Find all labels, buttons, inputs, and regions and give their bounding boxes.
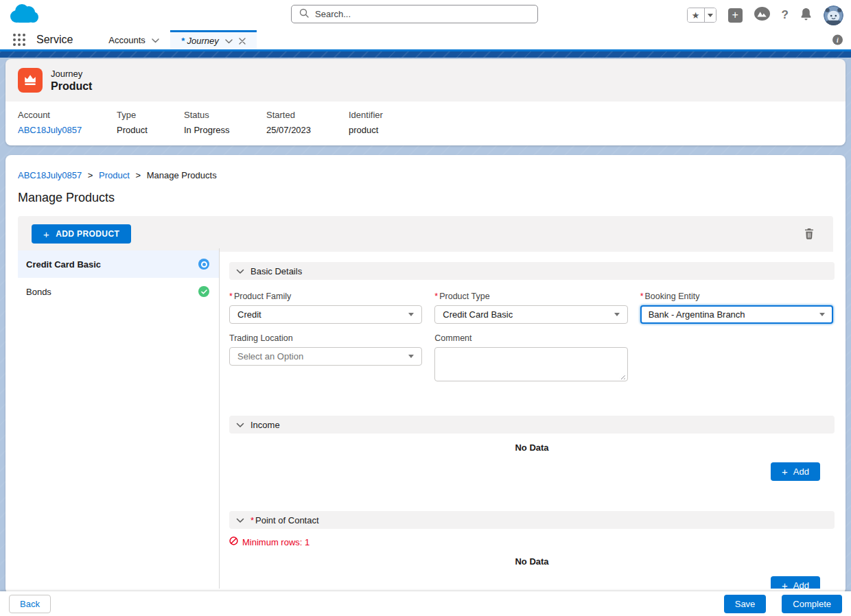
booking-entity-field: *Booking Entity Bank - Argentina Branch <box>640 292 833 324</box>
info-icon[interactable]: i <box>832 35 843 45</box>
trailhead-icon[interactable] <box>754 7 770 23</box>
plus-icon: + <box>782 466 788 477</box>
record-title: Product <box>51 80 92 93</box>
trading-location-select[interactable]: Select an Option <box>229 347 422 366</box>
search-icon <box>299 8 309 21</box>
search-input[interactable] <box>315 9 530 19</box>
account-link[interactable]: ABC18July0857 <box>18 125 82 135</box>
favorites-caret-icon[interactable] <box>705 8 716 22</box>
field-type: Type Product <box>117 110 184 135</box>
products-toolbar: + ADD PRODUCT <box>18 216 833 252</box>
field-identifier: Identifier product <box>349 110 390 135</box>
product-detail-form: Basic Details *Product Family Credit *Pr… <box>220 248 846 589</box>
caret-down-icon <box>408 313 414 316</box>
chevron-down-icon[interactable] <box>152 35 159 45</box>
product-family-select[interactable]: Credit <box>229 305 422 324</box>
manage-products-panel: ABC18July0857 > Product > Manage Product… <box>5 155 846 594</box>
basic-details-grid: *Product Family Credit *Product Type Cre… <box>229 292 835 384</box>
section-income[interactable]: Income <box>229 416 835 434</box>
plus-icon: + <box>782 580 788 589</box>
product-family-field: *Product Family Credit <box>229 292 422 324</box>
comment-textarea[interactable] <box>434 347 627 381</box>
global-actions-plus-icon[interactable]: + <box>728 8 743 23</box>
booking-entity-select[interactable]: Bank - Argentina Branch <box>640 305 833 324</box>
app-launcher-icon[interactable] <box>13 34 25 46</box>
page-title: Manage Products <box>18 191 833 205</box>
breadcrumb-account-link[interactable]: ABC18July0857 <box>18 170 82 180</box>
breadcrumb-current: Manage Products <box>147 170 217 180</box>
chevron-down-icon <box>236 515 244 525</box>
breadcrumb: ABC18July0857 > Product > Manage Product… <box>18 170 833 180</box>
add-product-button[interactable]: + ADD PRODUCT <box>32 224 131 244</box>
panes: Credit Card Basic Bonds <box>5 248 846 589</box>
plus-icon: + <box>43 229 49 239</box>
chevron-down-icon <box>236 420 244 430</box>
close-tab-icon[interactable] <box>239 38 246 45</box>
object-name: Journey <box>51 69 92 79</box>
favorites-control[interactable]: ★ <box>687 8 716 23</box>
field-account: Account ABC18July0857 <box>18 110 117 135</box>
record-header-titles: Journey Product <box>51 69 92 93</box>
field-status: Status In Progress <box>184 110 266 135</box>
product-item-credit-card-basic[interactable]: Credit Card Basic <box>18 250 219 278</box>
required-marker: * <box>229 292 233 301</box>
app-name: Service <box>36 34 73 46</box>
record-header-card: Journey Product Account ABC18July0857 Ty… <box>5 59 846 145</box>
user-avatar[interactable] <box>824 5 843 25</box>
chevron-down-icon <box>236 266 244 276</box>
income-add-button[interactable]: + Add <box>771 462 820 481</box>
in-progress-ring-icon <box>198 259 209 270</box>
poc-add-button[interactable]: + Add <box>771 576 820 589</box>
trading-location-field: Trading Location Select an Option <box>229 333 422 384</box>
breadcrumb-separator: > <box>136 170 141 180</box>
section-point-of-contact[interactable]: *Point of Contact <box>229 511 835 529</box>
caret-down-icon <box>614 313 620 316</box>
save-button[interactable]: Save <box>724 595 767 613</box>
section-basic-details[interactable]: Basic Details <box>229 262 835 280</box>
no-entry-icon <box>229 536 238 547</box>
favorites-star-icon[interactable]: ★ <box>688 8 705 22</box>
required-marker: * <box>434 292 438 301</box>
header-utility-icons: ★ + ? <box>687 0 843 30</box>
breadcrumb-product-link[interactable]: Product <box>99 170 130 180</box>
record-header-top: Journey Product <box>5 59 846 102</box>
product-type-select[interactable]: Credit Card Basic <box>434 305 627 324</box>
global-header: ★ + ? <box>0 0 851 30</box>
caret-down-icon <box>408 355 414 358</box>
action-footer: Back Save Complete <box>0 591 851 616</box>
income-empty-state: No Data <box>229 442 835 453</box>
unsaved-marker: * <box>181 36 185 46</box>
poc-validation-error: Minimum rows: 1 <box>229 536 835 547</box>
caret-down-icon <box>819 313 825 316</box>
notifications-bell-icon[interactable] <box>800 8 812 23</box>
product-item-bonds[interactable]: Bonds <box>18 278 219 305</box>
product-type-field: *Product Type Credit Card Basic <box>434 292 627 324</box>
poc-empty-state: No Data <box>229 556 835 567</box>
check-circle-icon <box>198 286 209 297</box>
complete-button[interactable]: Complete <box>782 595 842 613</box>
journey-crown-icon <box>18 68 43 93</box>
salesforce-logo-icon <box>8 3 38 27</box>
breadcrumb-separator: > <box>88 170 93 180</box>
trash-icon <box>804 228 814 239</box>
comment-field: Comment <box>434 333 627 384</box>
chevron-down-icon[interactable] <box>225 36 233 46</box>
app-navbar: Service Accounts * Journey i <box>0 30 851 51</box>
nav-tab-accounts[interactable]: Accounts <box>97 30 170 49</box>
back-button[interactable]: Back <box>9 595 51 613</box>
field-started: Started 25/07/2023 <box>266 110 349 135</box>
record-header-fields: Account ABC18July0857 Type Product Statu… <box>5 102 846 145</box>
page: ★ + ? Service Accounts <box>0 0 851 616</box>
required-marker: * <box>640 292 644 301</box>
help-icon[interactable]: ? <box>782 8 789 22</box>
content-background: Journey Product Account ABC18July0857 Ty… <box>0 51 851 616</box>
global-search[interactable] <box>291 5 538 23</box>
required-marker: * <box>250 515 254 525</box>
nav-tab-journey[interactable]: * Journey <box>170 30 257 49</box>
product-list: Credit Card Basic Bonds <box>5 248 220 589</box>
delete-product-button[interactable] <box>804 228 814 239</box>
